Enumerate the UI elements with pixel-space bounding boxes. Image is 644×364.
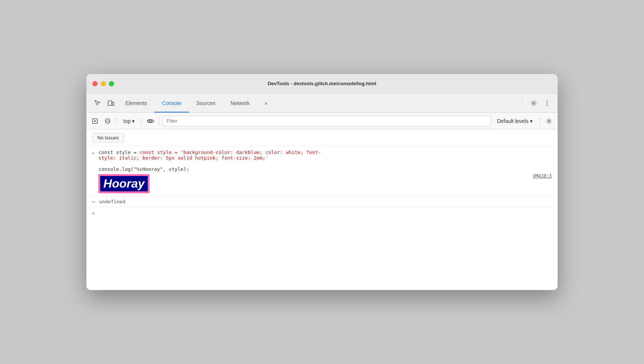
entry-content: const style = const style = 'background-… xyxy=(98,149,552,193)
more-options-icon[interactable] xyxy=(541,97,553,109)
maximize-button[interactable] xyxy=(109,81,114,86)
no-issues-bar: No Issues xyxy=(86,129,558,146)
code-line-2: style: italic; border: 5px solid hotpink… xyxy=(98,155,552,161)
undefined-output: undefined xyxy=(99,199,125,204)
context-dropdown[interactable]: top ▾ xyxy=(120,117,138,126)
inspect-icon[interactable] xyxy=(91,96,104,110)
tab-more[interactable]: » xyxy=(257,93,275,112)
toolbar-divider-4 xyxy=(540,117,540,125)
console-code-entry: › const style = const style = 'backgroun… xyxy=(86,146,558,197)
console-toolbar: top ▾ Default levels ▾ xyxy=(86,113,558,129)
console-undefined-line: ← undefined xyxy=(86,197,558,207)
console-settings-icon[interactable] xyxy=(543,115,555,127)
window-title: DevTools - devtools.glitch.me/console/lo… xyxy=(268,81,376,86)
code-line-3: console.log("%cHooray", style); xyxy=(98,166,552,172)
minimize-button[interactable] xyxy=(101,81,106,86)
toolbar-divider-2 xyxy=(141,117,142,125)
output-left-arrow: ← xyxy=(92,199,95,204)
tab-divider xyxy=(522,99,522,108)
console-content: No Issues › const style = const style = … xyxy=(86,129,558,290)
devtools-window: DevTools - devtools.glitch.me/console/lo… xyxy=(86,74,558,290)
tab-elements[interactable]: Elements xyxy=(118,93,154,112)
hooray-output: Hooray xyxy=(98,174,149,193)
svg-point-5 xyxy=(547,105,548,106)
run-script-icon[interactable] xyxy=(89,115,101,127)
tab-sources[interactable]: Sources xyxy=(189,93,223,112)
code-line-1: const style = const style = 'background-… xyxy=(98,149,552,155)
tab-console[interactable]: Console xyxy=(154,93,188,112)
tab-network[interactable]: Network xyxy=(223,93,257,112)
close-button[interactable] xyxy=(92,81,98,86)
entry-expand-arrow[interactable]: › xyxy=(92,150,94,156)
hooray-output-wrapper: Hooray xyxy=(98,172,149,193)
svg-marker-7 xyxy=(94,120,96,122)
filter-input[interactable] xyxy=(162,116,491,126)
code-block: const style = const style = 'background-… xyxy=(98,149,552,172)
eye-icon[interactable] xyxy=(145,115,156,127)
svg-point-10 xyxy=(149,120,151,122)
window-controls xyxy=(92,81,114,86)
svg-rect-0 xyxy=(108,101,112,105)
output-row: Hooray VM410:3 xyxy=(98,172,552,193)
tab-bar: Elements Console Sources Network » xyxy=(86,93,558,113)
settings-icon[interactable] xyxy=(528,97,540,109)
clear-console-icon[interactable] xyxy=(102,115,113,127)
toolbar-divider-1 xyxy=(116,117,117,125)
svg-point-4 xyxy=(547,102,548,104)
svg-rect-1 xyxy=(112,102,114,105)
toolbar-divider-3 xyxy=(159,117,159,125)
console-prompt-line: › xyxy=(86,207,558,219)
svg-point-11 xyxy=(548,120,550,122)
prompt-arrow[interactable]: › xyxy=(92,210,94,216)
vm-link[interactable]: VM410:3 xyxy=(533,173,552,179)
no-issues-badge[interactable]: No Issues xyxy=(92,133,124,142)
device-toolbar-icon[interactable] xyxy=(104,96,118,110)
svg-point-3 xyxy=(547,101,548,102)
tab-right-controls xyxy=(528,97,553,109)
default-levels-dropdown[interactable]: Default levels ▾ xyxy=(493,117,537,126)
title-bar: DevTools - devtools.glitch.me/console/lo… xyxy=(86,74,558,93)
svg-point-2 xyxy=(533,102,534,104)
